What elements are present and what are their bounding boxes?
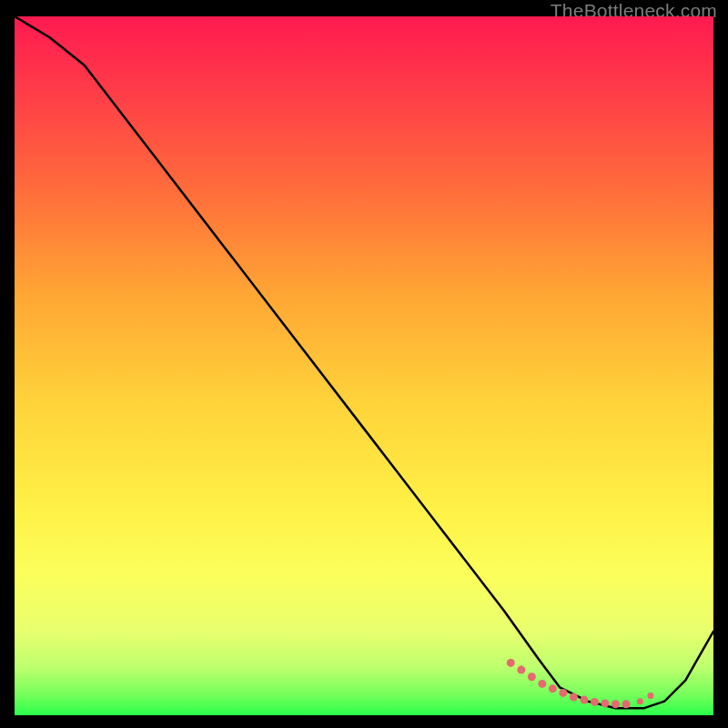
marker-dot bbox=[538, 680, 546, 688]
marker-dot bbox=[507, 659, 515, 667]
marker-dot bbox=[637, 698, 643, 704]
marker-dot bbox=[601, 699, 609, 707]
marker-dot bbox=[580, 696, 588, 704]
plot-area bbox=[15, 16, 713, 715]
marker-group bbox=[507, 659, 654, 708]
marker-dot bbox=[647, 693, 653, 699]
curve-line bbox=[15, 16, 713, 708]
marker-dot bbox=[517, 666, 525, 674]
marker-dot bbox=[559, 689, 567, 697]
chart-stage: TheBottleneck.com bbox=[0, 0, 728, 728]
marker-dot bbox=[591, 698, 599, 706]
chart-svg bbox=[15, 16, 713, 715]
marker-dot bbox=[549, 684, 557, 693]
marker-dot bbox=[528, 672, 536, 681]
marker-dot bbox=[612, 700, 620, 708]
marker-dot bbox=[622, 700, 631, 708]
marker-dot bbox=[570, 693, 578, 702]
